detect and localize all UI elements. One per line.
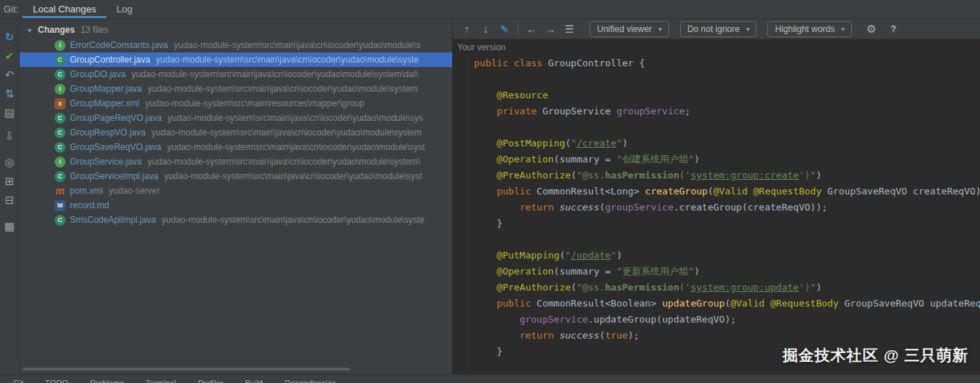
code-line: @PostMapping("/create") [474,135,980,151]
tab-local-changes[interactable]: Local Changes [23,0,106,18]
chevron-down-icon: ▾ [842,25,845,33]
file-path: yudao-module-system\src\main\java\cn\ioc… [132,69,419,79]
expand-all-icon[interactable]: ⊞ [1,172,17,191]
watermark-text: 掘金技术社区 @ 三只萌新 [783,345,968,366]
file-name: GroupServiceImpl.java [70,171,158,181]
code-line: @PreAuthorize("@ss.hasPermission('system… [474,167,980,183]
update-project-icon[interactable]: ⇅ [1,84,17,103]
changes-root-node[interactable]: ▾ Changes 13 files [20,22,452,38]
file-name: GroupMapper.xml [70,98,139,108]
code-line: @PreAuthorize("@ss.hasPermission('system… [474,280,980,296]
next-difference-icon[interactable]: ↓ [476,23,495,35]
diff-toolbar: ↑ ↓ ✎ ← → ☰ Unified viewer ▾ Do not igno… [453,19,980,39]
class-file-icon: C [55,69,66,80]
horizontal-scrollbar[interactable] [23,368,350,371]
toolbar-separator [518,23,518,35]
toolwindow-button-profiler[interactable]: Profiler [198,375,224,383]
highlight-mode-dropdown[interactable]: Highlight words ▾ [767,21,852,37]
file-name: SmsCodeApiImpl.java [70,215,156,225]
preview-diff-icon[interactable]: ◎ [1,153,17,172]
viewer-mode-dropdown[interactable]: Unified viewer ▾ [590,21,669,37]
refresh-icon[interactable]: ↻ [1,28,17,47]
chevron-down-icon: ▾ [28,26,38,34]
code-line: @Resource [474,87,980,103]
file-path: yudao-module-system\src\main\resources\m… [145,98,364,108]
file-path: yudao-module-system\src\main\java\cn\ioc… [151,127,422,138]
diff-code-editor[interactable]: public class GroupController { @Resource… [453,55,980,374]
file-name: ErrorCodeConstants.java [70,40,168,50]
file-name: GroupSaveReqVO.java [70,142,161,152]
edit-source-icon[interactable]: ✎ [495,23,514,35]
dropdown-label: Highlight words [775,24,834,34]
file-path: yudao-module-system\src\main\java\cn\ioc… [167,142,424,152]
code-line [474,119,980,135]
class-file-icon: C [55,113,66,124]
interface-file-icon: I [55,40,66,51]
file-name: GroupDO.java [70,69,126,79]
tool-window-tabbar: Git: Local Changes Log [0,0,980,19]
file-name: record.md [70,200,109,210]
file-row[interactable]: CGroupPageReqVO.javayudao-module-system\… [20,111,452,125]
code-line [474,232,980,248]
changelist-icon[interactable]: ▤ [1,103,17,122]
interface-file-icon: I [55,84,66,95]
toolwindow-button-terminal[interactable]: Terminal [146,375,176,383]
code-line: public CommonResult<Boolean> updateGroup… [474,296,980,312]
file-row[interactable]: IErrorCodeConstants.javayudao-module-sys… [20,38,452,52]
diff-panel: ↑ ↓ ✎ ← → ☰ Unified viewer ▾ Do not igno… [453,19,980,374]
toolwindow-button-problems[interactable]: Problems [90,375,124,383]
file-name: GroupController.java [70,55,150,65]
interface-file-icon: I [55,157,66,167]
tool-window-body: ↻✔↶⇅▤⇩◎⊞⊟▦ ▾ Changes 13 files IErrorCode… [0,19,980,374]
file-name: GroupMapper.java [70,84,142,94]
file-row[interactable]: xGroupMapper.xmlyudao-module-system\src\… [20,96,452,111]
shelve-icon[interactable]: ⇩ [1,127,17,146]
rollback-icon[interactable]: ↶ [1,66,17,84]
file-row[interactable]: IGroupService.javayudao-module-system\sr… [20,154,452,169]
class-file-icon: C [55,127,66,138]
tab-label: Log [116,4,133,15]
markdown-file-icon: M [55,200,66,211]
toolwindow-button-dependencies[interactable]: Dependencies [285,375,336,383]
dropdown-label: Unified viewer [597,24,652,34]
changes-file-count: 13 files [81,25,108,35]
file-row[interactable]: mpom.xmlyudao-server [20,183,452,198]
chevron-down-icon: ▾ [658,25,662,33]
toolwindow-button-build[interactable]: Build [245,375,263,383]
file-row[interactable]: IGroupMapper.javayudao-module-system\src… [20,82,452,96]
file-row[interactable]: CGroupDO.javayudao-module-system\src\mai… [20,67,452,82]
file-row[interactable]: CGroupSaveReqVO.javayudao-module-system\… [20,140,452,154]
whitespace-ignore-dropdown[interactable]: Do not ignore ▾ [680,21,757,37]
file-name: GroupPageReqVO.java [70,113,162,123]
help-icon[interactable]: ? [884,23,903,34]
commit-icon[interactable]: ✔ [1,47,17,66]
changes-root-label: Changes [38,25,75,35]
file-path: yudao-module-system\src\main\java\cn\ioc… [148,84,418,94]
settings-gear-icon[interactable]: ⚙ [862,23,881,36]
code-line: public class GroupController { [474,55,980,71]
previous-file-icon[interactable]: ← [522,23,541,35]
code-line: return success(true); [474,328,980,344]
group-by-icon[interactable]: ▦ [1,217,17,236]
file-path: yudao-server [108,186,159,196]
file-row[interactable]: CGroupServiceImpl.javayudao-module-syste… [20,169,452,183]
file-name: GroupService.java [70,157,142,167]
tab-log[interactable]: Log [106,0,143,18]
previous-difference-icon[interactable]: ↑ [457,23,476,35]
ide-window: Git: Local Changes Log ↻✔↶⇅▤⇩◎⊞⊟▦ ▾ Chan… [0,0,980,383]
class-file-icon: C [55,142,66,153]
class-file-icon: C [55,215,66,226]
next-file-icon[interactable]: → [541,23,560,35]
viewer-menu-icon[interactable]: ☰ [560,23,579,35]
file-row[interactable]: Mrecord.md [20,198,452,213]
class-file-icon: C [55,55,66,66]
file-row[interactable]: CSmsCodeApiImpl.javayudao-module-system\… [20,213,452,227]
file-row[interactable]: CGroupController.javayudao-module-system… [20,52,452,67]
diff-version-label: Your version [453,39,980,55]
collapse-all-icon[interactable]: ⊟ [1,191,17,210]
toolwindow-button-todo[interactable]: TODO [45,375,68,383]
code-line: } [474,216,980,232]
toolwindow-button-git[interactable]: Git [13,375,23,383]
file-row[interactable]: CGroupRespVO.javayudao-module-system\src… [20,125,452,140]
file-name: pom.xml [70,186,103,196]
